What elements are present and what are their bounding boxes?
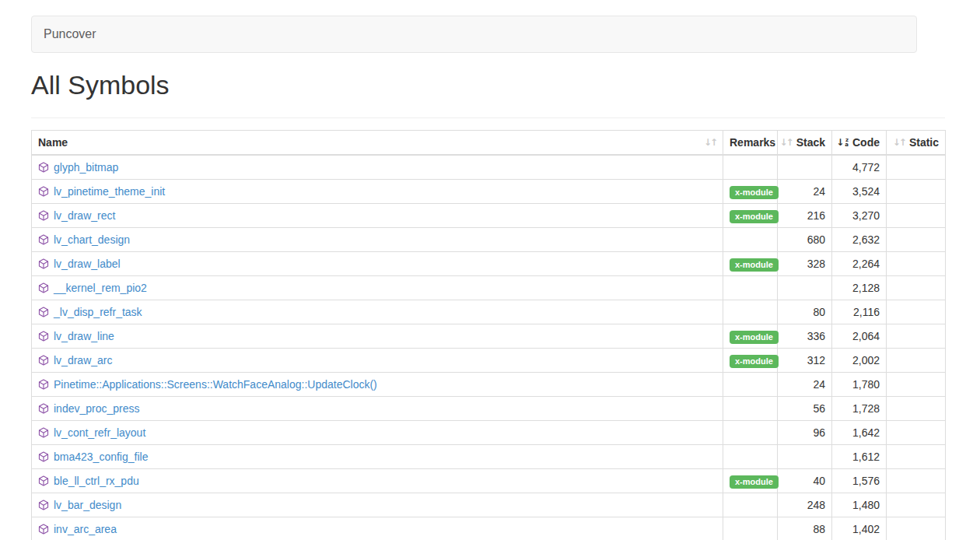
stack-cell: 88 <box>778 517 832 540</box>
code-cell: 1,576 <box>832 469 887 493</box>
stack-cell <box>778 155 832 180</box>
symbol-name-cell: glyph_bitmap <box>32 155 723 180</box>
symbol-name-cell: lv_cont_refr_layout <box>32 421 723 445</box>
symbol-link[interactable]: Pinetime::Applications::Screens::WatchFa… <box>54 378 377 391</box>
code-cell: 2,264 <box>832 252 887 276</box>
static-cell <box>887 276 946 300</box>
column-header-name[interactable]: Name ↓↑ <box>32 131 723 156</box>
stack-cell: 80 <box>778 300 832 324</box>
table-row: _lv_disp_refr_task802,116 <box>32 300 946 324</box>
symbol-link[interactable]: inv_arc_area <box>54 523 117 535</box>
static-cell <box>887 252 946 276</box>
package-cube-icon <box>38 234 49 245</box>
table-row: indev_proc_press561,728 <box>32 397 946 421</box>
page-container: Puncover All Symbols Name ↓↑ Remarks <box>0 0 980 540</box>
symbol-link[interactable]: bma423_config_file <box>54 451 148 463</box>
x-module-badge: x-module <box>730 331 779 344</box>
table-row: bma423_config_file1,612 <box>32 445 946 469</box>
column-header-remarks[interactable]: Remarks <box>723 131 778 156</box>
package-cube-icon <box>38 282 49 293</box>
package-cube-icon <box>38 427 49 438</box>
code-cell: 2,116 <box>832 300 887 324</box>
code-cell: 1,402 <box>832 517 887 540</box>
code-cell: 2,128 <box>832 276 887 300</box>
symbol-link[interactable]: _lv_disp_refr_task <box>54 306 142 318</box>
x-module-badge: x-module <box>730 355 779 368</box>
symbol-link[interactable]: lv_draw_line <box>54 330 114 342</box>
package-cube-icon <box>38 403 49 414</box>
brand-link[interactable]: Puncover <box>32 16 108 52</box>
stack-cell: 328 <box>778 252 832 276</box>
column-label: Name <box>38 136 68 149</box>
column-header-static[interactable]: ↓↑ Static <box>887 131 946 156</box>
code-cell: 2,064 <box>832 324 887 349</box>
table-row: inv_arc_area881,402 <box>32 517 946 540</box>
symbol-name-cell: __kernel_rem_pio2 <box>32 276 723 300</box>
symbol-link[interactable]: lv_cont_refr_layout <box>54 426 145 439</box>
symbol-name-cell: lv_draw_arc <box>32 349 723 373</box>
symbol-link[interactable]: ble_ll_ctrl_rx_pdu <box>54 475 139 487</box>
package-cube-icon <box>38 451 49 462</box>
column-header-stack[interactable]: ↓↑ Stack <box>778 131 832 156</box>
remarks-cell: x-module <box>723 349 778 373</box>
table-row: lv_draw_linex-module3362,064 <box>32 324 946 349</box>
table-row: lv_cont_refr_layout961,642 <box>32 421 946 445</box>
symbol-link[interactable]: __kernel_rem_pio2 <box>54 282 147 294</box>
code-cell: 3,524 <box>832 180 887 204</box>
table-row: lv_bar_design2481,480 <box>32 493 946 517</box>
remarks-cell: x-module <box>723 324 778 349</box>
code-cell: 4,772 <box>832 155 887 180</box>
code-cell: 1,642 <box>832 421 887 445</box>
table-row: lv_chart_design6802,632 <box>32 228 946 252</box>
symbol-link[interactable]: lv_draw_rect <box>54 209 115 222</box>
static-cell <box>887 204 946 228</box>
column-header-code[interactable]: ↓za Code <box>832 131 887 156</box>
static-cell <box>887 373 946 397</box>
stack-cell: 40 <box>778 469 832 493</box>
table-row: lv_draw_labelx-module3282,264 <box>32 252 946 276</box>
column-label: Code <box>852 136 880 149</box>
package-cube-icon <box>38 186 49 197</box>
symbol-link[interactable]: lv_chart_design <box>54 233 130 246</box>
remarks-cell: x-module <box>723 252 778 276</box>
stack-cell: 336 <box>778 324 832 349</box>
column-label: Stack <box>796 136 825 149</box>
package-cube-icon <box>38 524 49 535</box>
package-cube-icon <box>38 500 49 510</box>
package-cube-icon <box>38 355 49 366</box>
package-cube-icon <box>38 475 49 486</box>
symbol-link[interactable]: lv_bar_design <box>54 499 121 511</box>
symbol-link[interactable]: lv_draw_label <box>54 258 121 270</box>
table-header-row: Name ↓↑ Remarks ↓↑ Stack ↓za Cod <box>32 131 946 156</box>
divider <box>31 117 945 118</box>
symbol-link[interactable]: lv_draw_arc <box>54 354 112 366</box>
symbol-link[interactable]: indev_proc_press <box>54 402 140 415</box>
sort-both-icon: ↓↑ <box>780 137 793 148</box>
symbol-name-cell: bma423_config_file <box>32 445 723 469</box>
remarks-cell <box>723 155 778 180</box>
table-row: Pinetime::Applications::Screens::WatchFa… <box>32 373 946 397</box>
code-cell: 2,632 <box>832 228 887 252</box>
symbol-link[interactable]: glyph_bitmap <box>54 161 118 174</box>
static-cell <box>887 349 946 373</box>
stack-cell <box>778 445 832 469</box>
x-module-badge: x-module <box>730 475 779 489</box>
static-cell <box>887 397 946 421</box>
symbol-link[interactable]: lv_pinetime_theme_init <box>54 185 165 198</box>
navbar: Puncover <box>31 16 917 53</box>
stack-cell: 96 <box>778 421 832 445</box>
symbol-name-cell: lv_chart_design <box>32 228 723 252</box>
symbol-name-cell: Pinetime::Applications::Screens::WatchFa… <box>32 373 723 397</box>
remarks-cell <box>723 373 778 397</box>
code-cell: 3,270 <box>832 204 887 228</box>
static-cell <box>887 155 946 180</box>
symbol-name-cell: indev_proc_press <box>32 397 723 421</box>
x-module-badge: x-module <box>730 258 779 272</box>
package-cube-icon <box>38 210 49 221</box>
table-row: lv_draw_arcx-module3122,002 <box>32 349 946 373</box>
x-module-badge: x-module <box>730 210 779 223</box>
remarks-cell <box>723 228 778 252</box>
stack-cell: 24 <box>778 180 832 204</box>
remarks-cell <box>723 276 778 300</box>
stack-cell: 680 <box>778 228 832 252</box>
